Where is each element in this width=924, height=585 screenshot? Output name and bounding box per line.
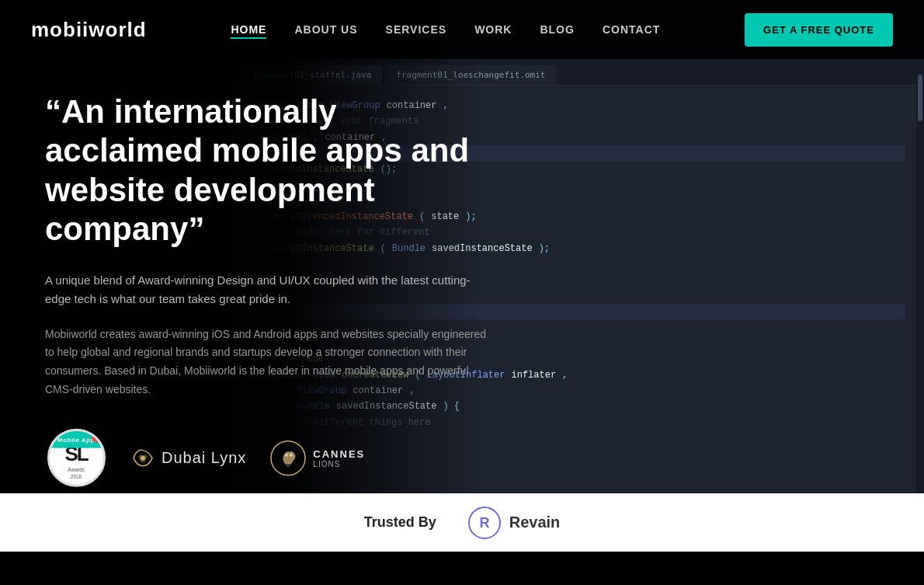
- code-scrollbar[interactable]: [916, 59, 924, 552]
- logo[interactable]: mobiiworld: [31, 18, 147, 42]
- revain-icon: R: [467, 506, 502, 540]
- cannes-sub: LIONS: [313, 459, 365, 468]
- svg-text:R: R: [479, 515, 489, 531]
- revain-text: Revain: [509, 514, 561, 531]
- cta-button[interactable]: GET A FREE QUOTE: [745, 13, 893, 47]
- nav-link-contact[interactable]: CONTACT: [603, 23, 660, 36]
- nav-link-work[interactable]: WORK: [474, 23, 512, 36]
- sl-red-dot: [92, 434, 101, 443]
- nav-item-blog[interactable]: BLOG: [540, 23, 574, 37]
- nav-item-about[interactable]: ABOUT US: [294, 23, 357, 37]
- nav-link-services[interactable]: SERVICES: [386, 23, 447, 36]
- scrollbar-thumb: [918, 75, 922, 121]
- nav-item-contact[interactable]: CONTACT: [603, 23, 660, 37]
- nav-item-services[interactable]: SERVICES: [386, 23, 447, 37]
- hero-title: “An internationally acclaimed mobile app…: [45, 92, 495, 249]
- nav-link-blog[interactable]: BLOG: [540, 23, 574, 36]
- trusted-by-label: Trusted By: [364, 514, 436, 531]
- sl-circle: Mobile App SL Awards2016: [47, 429, 106, 487]
- nav-link-home[interactable]: HOME: [231, 23, 266, 39]
- svg-point-0: [141, 455, 145, 460]
- sl-bottom-text: Awards2016: [68, 467, 85, 480]
- cannes-text: CANNES: [313, 447, 365, 459]
- hero-content: “An internationally acclaimed mobile app…: [45, 63, 495, 489]
- sl-ribbon-text: Mobile App: [57, 436, 95, 443]
- svg-point-2: [285, 453, 288, 456]
- dubai-lynx-badge: Dubai Lynx: [130, 445, 246, 470]
- cannes-lions-icon: [269, 439, 307, 476]
- dubai-lynx-text: Dubai Lynx: [162, 449, 246, 467]
- nav-item-home[interactable]: HOME: [231, 23, 266, 37]
- svg-point-3: [290, 453, 293, 456]
- cannes-lions-badge: CANNES LIONS: [269, 439, 365, 476]
- sl-badge: Mobile App SL Awards2016: [45, 427, 107, 489]
- navbar: mobiiworld HOME ABOUT US SERVICES WORK B…: [0, 0, 924, 59]
- revain-logo: R Revain: [467, 506, 561, 540]
- hero-description-1: A unique blend of Award-winning Design a…: [45, 270, 495, 308]
- trusted-by-bar: Trusted By R Revain: [0, 493, 924, 552]
- cannes-text-wrap: CANNES LIONS: [313, 447, 365, 468]
- nav-link-about[interactable]: ABOUT US: [294, 23, 357, 36]
- dubai-lynx-icon: [130, 445, 155, 470]
- hero-description-2: Mobiiworld creates award-winning iOS and…: [45, 325, 495, 399]
- nav-links: HOME ABOUT US SERVICES WORK BLOG CONTACT: [231, 23, 660, 37]
- nav-item-work[interactable]: WORK: [474, 23, 512, 37]
- badges-container: Mobile App SL Awards2016 Dubai Lynx: [45, 427, 495, 489]
- hero-section: fragment01_staffel.java fragment01_loesc…: [0, 0, 924, 552]
